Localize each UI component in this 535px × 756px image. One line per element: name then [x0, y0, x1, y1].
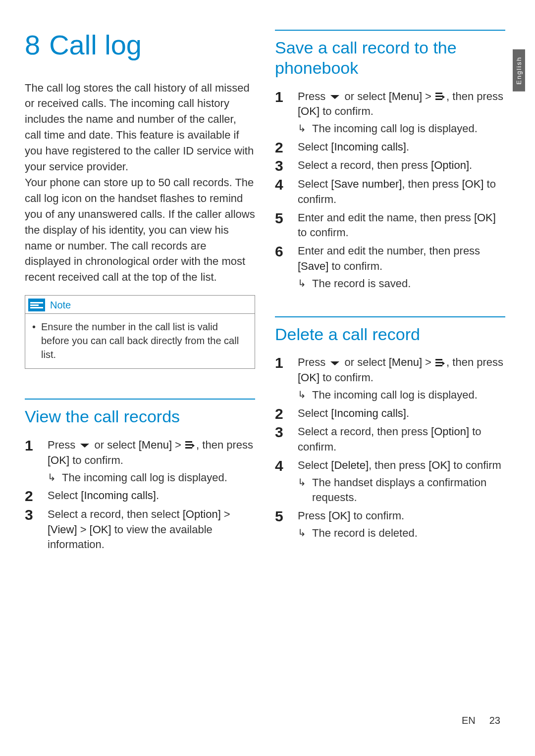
- result-arrow-icon: ↳: [298, 475, 306, 489]
- chapter-number: 8: [25, 29, 40, 60]
- step-text: Select a record, then press [Option] to …: [298, 424, 505, 455]
- step-result: ↳ The incoming call log is displayed.: [298, 121, 505, 137]
- step-number: 3: [275, 158, 288, 174]
- result-arrow-icon: ↳: [298, 526, 306, 540]
- step-text: Press or select [Menu] > , then press [O…: [48, 438, 255, 485]
- footer-page: 23: [489, 715, 500, 726]
- step-number: 4: [275, 458, 288, 474]
- save-steps: 1 Press or select [Menu] > , then press …: [275, 89, 505, 292]
- svg-rect-6: [435, 359, 442, 360]
- step-number: 5: [275, 508, 288, 524]
- save-step-4: 4 Select [Save number], then press [OK] …: [275, 177, 505, 207]
- save-step-2: 2 Select [Incoming calls].: [275, 140, 505, 155]
- save-step-5: 5 Enter and edit the name, then press [O…: [275, 210, 505, 241]
- chapter-name: Call log: [49, 29, 142, 60]
- step-text: Select [Incoming calls].: [298, 406, 505, 421]
- step-text: Press or select [Menu] > , then press [O…: [298, 355, 505, 403]
- section-save: Save a call record to the phonebook 1 Pr…: [275, 30, 505, 292]
- svg-rect-4: [435, 96, 442, 97]
- step-number: 6: [275, 244, 288, 259]
- step-result: ↳ The record is deleted.: [298, 526, 505, 541]
- chapter-title: 8Call log: [25, 30, 255, 60]
- delete-step-3: 3 Select a record, then press [Option] t…: [275, 424, 505, 455]
- step-number: 1: [275, 355, 288, 371]
- step-text: Press [OK] to confirm. ↳ The record is d…: [298, 508, 505, 541]
- save-step-1: 1 Press or select [Menu] > , then press …: [275, 89, 505, 137]
- step-text: Select [Incoming calls].: [48, 488, 255, 504]
- section-heading-view: View the call records: [25, 399, 255, 427]
- step-number: 1: [275, 89, 288, 105]
- note-body: Ensure the number in the call list is va…: [25, 314, 255, 368]
- step-result: ↳ The handset displays a confirmation re…: [298, 475, 505, 506]
- language-tab: English: [513, 50, 525, 92]
- view-step-3: 3 Select a record, then select [Option] …: [25, 507, 255, 553]
- step-text: Select a record, then select [Option] > …: [48, 507, 255, 553]
- step-text: Select a record, then press [Option].: [298, 158, 505, 173]
- step-text: Press or select [Menu] > , then press [O…: [298, 89, 505, 137]
- view-step-2: 2 Select [Incoming calls].: [25, 488, 255, 504]
- step-number: 3: [25, 507, 38, 523]
- down-arrow-icon: [329, 360, 340, 366]
- footer-lang: EN: [462, 715, 476, 726]
- section-view: View the call records 1 Press or select …: [25, 399, 255, 553]
- svg-rect-1: [185, 444, 192, 446]
- svg-rect-2: [185, 447, 192, 449]
- view-step-1: 1 Press or select [Menu] > , then press …: [25, 438, 255, 485]
- svg-rect-0: [185, 441, 192, 443]
- note-text: Ensure the number in the call list is va…: [32, 320, 248, 361]
- step-text: Select [Delete], then press [OK] to conf…: [298, 458, 505, 505]
- view-steps: 1 Press or select [Menu] > , then press …: [25, 438, 255, 553]
- list-icon: [435, 359, 445, 368]
- svg-rect-7: [435, 362, 442, 363]
- list-icon: [185, 441, 195, 450]
- step-number: 2: [275, 140, 288, 155]
- step-result: ↳ The record is saved.: [298, 276, 505, 292]
- delete-steps: 1 Press or select [Menu] > , then press …: [275, 355, 505, 541]
- result-arrow-icon: ↳: [298, 276, 306, 290]
- save-step-6: 6 Enter and edit the number, then press …: [275, 244, 505, 291]
- result-arrow-icon: ↳: [298, 121, 306, 135]
- step-text: Enter and edit the name, then press [OK]…: [298, 210, 505, 241]
- note-icon: [28, 299, 45, 311]
- section-delete: Delete a call record 1 Press or select […: [275, 316, 505, 541]
- delete-step-1: 1 Press or select [Menu] > , then press …: [275, 355, 505, 403]
- result-arrow-icon: ↳: [298, 388, 306, 402]
- step-number: 1: [25, 438, 38, 454]
- step-text: Select [Save number], then press [OK] to…: [298, 177, 505, 207]
- svg-rect-5: [435, 99, 442, 100]
- down-arrow-icon: [79, 443, 90, 449]
- step-number: 2: [275, 406, 288, 422]
- step-number: 5: [275, 210, 288, 226]
- down-arrow-icon: [329, 94, 340, 100]
- delete-step-4: 4 Select [Delete], then press [OK] to co…: [275, 458, 505, 505]
- save-step-3: 3 Select a record, then press [Option].: [275, 158, 505, 174]
- step-number: 2: [25, 488, 38, 504]
- svg-rect-8: [435, 365, 442, 366]
- delete-step-5: 5 Press [OK] to confirm. ↳ The record is…: [275, 508, 505, 541]
- svg-rect-3: [435, 93, 442, 94]
- intro-paragraph: The call log stores the call history of …: [25, 80, 255, 286]
- step-number: 3: [275, 424, 288, 440]
- step-number: 4: [275, 177, 288, 193]
- step-result: ↳ The incoming call log is displayed.: [48, 470, 255, 486]
- left-column: 8Call log The call log stores the call h…: [25, 30, 255, 555]
- step-text: Enter and edit the number, then press [S…: [298, 244, 505, 291]
- note-label: Note: [50, 300, 71, 311]
- step-result: ↳ The incoming call log is displayed.: [298, 388, 505, 403]
- right-column: Save a call record to the phonebook 1 Pr…: [275, 30, 505, 555]
- page-content: 8Call log The call log stores the call h…: [0, 0, 535, 575]
- page-footer: EN 23: [462, 715, 500, 726]
- section-heading-delete: Delete a call record: [275, 316, 505, 345]
- section-heading-save: Save a call record to the phonebook: [275, 30, 505, 78]
- list-icon: [435, 93, 445, 101]
- step-text: Select [Incoming calls].: [298, 140, 505, 155]
- note-header: Note: [25, 296, 255, 314]
- note-box: Note Ensure the number in the call list …: [25, 295, 255, 369]
- delete-step-2: 2 Select [Incoming calls].: [275, 406, 505, 422]
- result-arrow-icon: ↳: [48, 470, 56, 484]
